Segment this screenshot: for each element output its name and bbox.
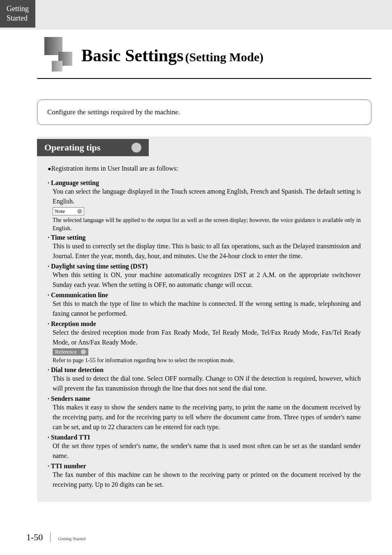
item-title: · Standard TTI [48,434,361,441]
item-desc: Select the desired reception mode from F… [53,328,361,347]
item-reception-mode: · Reception mode Select the desired rece… [48,320,361,365]
item-title: · Language setting [48,179,361,187]
operating-tips-label: Operating tips [44,142,100,153]
note-label: Note [55,208,65,215]
item-desc: You can select the language displayed in… [53,187,361,206]
operating-tips-header: Operating tips [37,139,149,156]
chapter-tab-line2: Started [7,14,28,22]
item-title: · Dial tone detection [48,366,361,374]
reference-dot-icon [81,349,86,354]
item-dst: · Daylight saving time setting (DST) Whe… [48,263,361,290]
footer-chapter: Getting Started [58,536,85,541]
page-number: 1-50 [26,532,43,543]
item-dial-tone: · Dial tone detection This is used to de… [48,366,361,393]
reference-badge: Reference [53,348,88,356]
intro-text: Configure the settings required by the m… [47,108,180,116]
footer-divider [50,532,51,542]
item-title: · TTI number [48,462,361,470]
page-subtitle: (Setting Mode) [185,50,264,64]
item-desc: This is used to detect the dial tone. Se… [53,374,361,393]
note-badge: Note [53,207,84,215]
item-title: · Daylight saving time setting (DST) [48,263,361,270]
section-icon [37,37,74,74]
note-dot-icon [77,209,82,214]
item-time-setting: · Time setting This is used to correctly… [48,234,361,261]
item-title: · Senders name [48,395,361,402]
item-communication-line: · Communication line Set this to match t… [48,291,361,319]
item-title: · Time setting [48,234,361,241]
bullet-intro: ●Registration items in User Install are … [48,164,361,173]
note-text: The selected language will be applied to… [53,216,361,232]
item-desc: Set this to match the type of line to wh… [53,299,361,319]
item-desc: Of the set three types of sender's name,… [53,441,361,461]
intro-box: Configure the settings required by the m… [37,99,371,125]
item-standard-tti: · Standard TTI Of the set three types of… [48,434,361,461]
item-senders-name: · Senders name This makes it easy to sho… [48,395,361,432]
title-divider [37,78,371,79]
page-footer: 1-50 Getting Started [26,532,85,543]
item-desc: When this setting is ON, your machine au… [53,270,361,290]
header-bar [0,0,392,30]
item-tti-number: · TTI number The fax number of this mach… [48,462,361,490]
title-row: Basic Settings (Setting Mode) [37,37,371,74]
chapter-tab-line1: Getting [7,5,29,13]
header-dot-icon [131,143,141,153]
reference-label: Reference [55,349,77,355]
item-title: · Communication line [48,291,361,299]
tips-box: Operating tips ●Registration items in Us… [37,136,371,502]
content-area: Basic Settings (Setting Mode) Configure … [37,37,371,502]
bullet-intro-text: Registration items in User Install are a… [51,165,178,172]
item-desc: The fax number of this machine can be sh… [53,470,361,490]
item-language-setting: · Language setting You can select the la… [48,179,361,232]
page-title: Basic Settings [81,46,184,65]
item-title: · Reception mode [48,320,361,328]
chapter-tab: Getting Started [0,0,35,28]
item-desc: This makes it easy to show the senders n… [53,402,361,432]
item-desc: This is used to correctly set the displa… [53,241,361,261]
reference-text: Refer to page 1-55 for information regar… [53,356,361,365]
